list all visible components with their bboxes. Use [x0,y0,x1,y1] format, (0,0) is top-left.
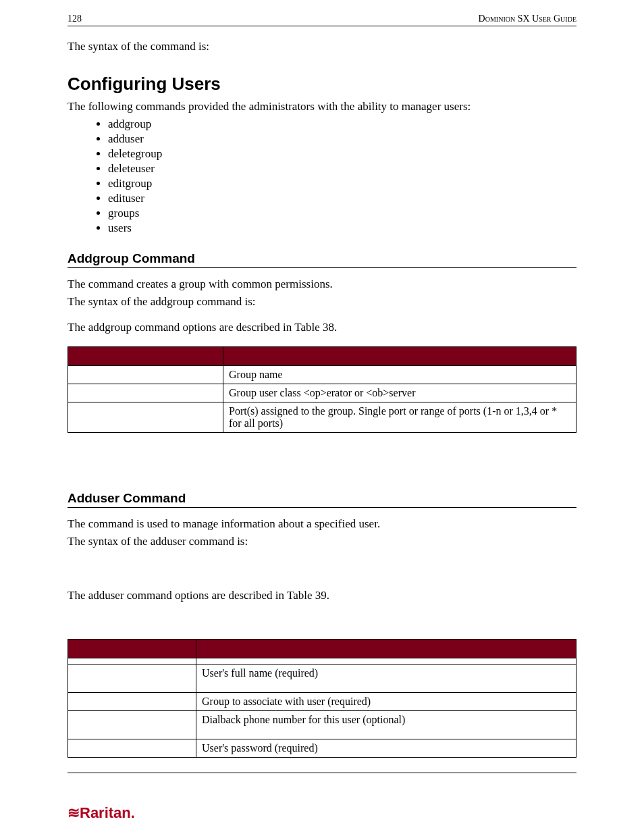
description-cell: User's full name (required) [196,664,576,693]
option-cell [68,366,223,384]
description-cell: Group user class <op>erator or <ob>serve… [223,384,576,402]
table-header [68,640,196,658]
adduser-options-table: User's full name (required) Group to ass… [68,639,576,758]
description-cell: User's password (required) [196,739,576,758]
page-header: 128 Dominion SX User Guide [68,14,576,26]
description-cell: Group name [223,366,576,384]
document-page: 128 Dominion SX User Guide The syntax of… [0,0,644,834]
description-cell [196,658,576,664]
description-cell: Group to associate with user (required) [196,693,576,711]
table-header-row [68,640,576,658]
page-number: 128 [68,14,82,24]
adduser-desc: The command is used to manage informatio… [68,517,576,531]
logo-text: Raritan. [80,804,135,822]
list-item: users [108,221,576,235]
intro-text: The syntax of the command is: [68,40,576,53]
option-cell [68,402,223,433]
table-row: Port(s) assigned to the group. Single po… [68,402,576,433]
addgroup-options-table: Group name Group user class <op>erator o… [68,346,576,433]
table-header [223,347,576,366]
option-cell [68,384,223,402]
table-header [68,347,223,366]
table-row: Group user class <op>erator or <ob>serve… [68,384,576,402]
option-cell [68,658,196,664]
table-row [68,658,576,664]
text: The [68,278,88,290]
adduser-options-intro: The adduser command options are describe… [68,589,576,602]
option-cell [68,664,196,693]
text: command is used to manage information ab… [88,517,380,530]
list-item: adduser [108,132,576,146]
section-heading-adduser: Adduser Command [68,491,576,508]
description-cell: Port(s) assigned to the group. Single po… [223,402,576,433]
adduser-syntax-intro: The syntax of the adduser command is: [68,535,576,548]
table-row: Dialback phone number for this user (opt… [68,711,576,739]
list-item: groups [108,207,576,220]
option-cell [68,711,196,739]
table-header-row [68,347,576,366]
table-row: Group name [68,366,576,384]
option-cell [68,739,196,758]
logo-icon: ≋ [68,804,77,822]
description-cell: Dialback phone number for this user (opt… [196,711,576,739]
section-heading-addgroup: Addgroup Command [68,251,576,268]
command-list: addgroup adduser deletegroup deleteuser … [68,118,576,235]
section-heading-configuring-users: Configuring Users [68,74,576,95]
table-row: Group to associate with user (required) [68,693,576,711]
list-item: edituser [108,192,576,205]
guide-title: Dominion SX User Guide [479,14,576,24]
list-item: editgroup [108,177,576,190]
table-row: User's full name (required) [68,664,576,693]
addgroup-syntax-intro: The syntax of the addgroup command is: [68,295,576,309]
text: command creates a group with common perm… [88,278,333,290]
table-header [196,640,576,658]
option-cell [68,693,196,711]
addgroup-desc: The command creates a group with common … [68,278,576,291]
list-item: deletegroup [108,147,576,161]
configuring-intro: The following commands provided the admi… [68,100,576,113]
table-row: User's password (required) [68,739,576,758]
raritan-logo: ≋ Raritan. [68,804,135,822]
text: The [68,517,88,530]
list-item: addgroup [108,118,576,131]
addgroup-options-intro: The addgroup command options are describ… [68,321,576,334]
list-item: deleteuser [108,162,576,176]
footer-rule [68,773,576,773]
